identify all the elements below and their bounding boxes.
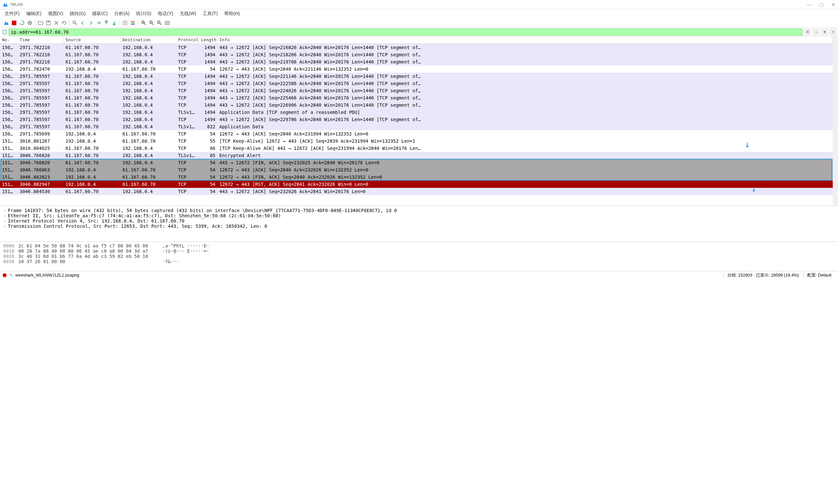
stop-capture-button[interactable] bbox=[11, 19, 18, 26]
zoom-in-button[interactable] bbox=[140, 19, 147, 26]
hex-row[interactable]: 001000 28 7a 88 40 00 80 06 45 ae c0 a8 … bbox=[3, 248, 835, 254]
packet-row[interactable]: 1517…3046.766863192.168.0.461.167.60.70T… bbox=[0, 166, 833, 174]
packet-row[interactable]: 1517…3046.76682061.167.60.70192.168.0.4T… bbox=[0, 152, 833, 159]
zoom-reset-button[interactable]: 1 bbox=[156, 19, 163, 26]
menu-edit[interactable]: 编辑(E) bbox=[24, 10, 43, 17]
svg-rect-14 bbox=[131, 22, 135, 23]
svg-rect-29 bbox=[3, 30, 6, 34]
packet-row[interactable]: 1517…3046.882823192.168.0.461.167.60.70T… bbox=[0, 174, 833, 181]
column-protocol[interactable]: Protocol bbox=[176, 37, 199, 43]
hex-row[interactable]: 00002c 61 04 5e 50 68 74 4c a1 aa f5 c7 … bbox=[3, 243, 835, 248]
detail-frame[interactable]: Frame 141037: 54 bytes on wire (432 bits… bbox=[8, 208, 397, 213]
packet-row[interactable]: 1508…2971.78559761.167.60.70192.168.0.4T… bbox=[0, 87, 833, 94]
column-destination[interactable]: Destination bbox=[121, 37, 176, 43]
filter-history-dropdown[interactable]: ▾ bbox=[821, 29, 828, 36]
svg-rect-26 bbox=[165, 21, 166, 24]
minimize-button[interactable]: — bbox=[807, 2, 812, 7]
hex-row[interactable]: 003010 37 26 81 00 00·7&··· bbox=[3, 259, 835, 264]
packet-row[interactable]: 1508…2971.78559761.167.60.70192.168.0.4T… bbox=[0, 94, 833, 102]
packet-row[interactable]: 1508…2971.78221061.167.60.70192.168.0.4T… bbox=[0, 44, 833, 51]
packet-row[interactable]: 1508…2971.78559761.167.60.70192.168.0.4T… bbox=[0, 116, 833, 123]
apply-filter-button[interactable]: → bbox=[813, 29, 820, 36]
find-packet-button[interactable] bbox=[71, 19, 78, 26]
resize-columns-button[interactable] bbox=[164, 19, 171, 26]
status-profile[interactable]: 配置: Default bbox=[803, 272, 835, 278]
svg-line-21 bbox=[152, 23, 154, 25]
packet-row[interactable]: 1517…3046.88453061.167.60.70192.168.0.4T… bbox=[0, 188, 833, 195]
packet-row[interactable]: 1514…3016.801267192.168.0.461.167.60.70T… bbox=[0, 138, 833, 145]
save-file-button[interactable] bbox=[45, 19, 52, 26]
open-file-button[interactable] bbox=[37, 19, 44, 26]
edit-capture-comment-icon[interactable]: ✎ bbox=[9, 273, 13, 277]
hex-row[interactable]: 00203c 46 31 6d 01 bb 77 6a 4d ab c3 59 … bbox=[3, 254, 835, 259]
packet-row[interactable]: 1517…3046.76682061.167.60.70192.168.0.4T… bbox=[0, 159, 833, 166]
packet-row[interactable]: 1508…2971.78559761.167.60.70192.168.0.4T… bbox=[0, 102, 833, 109]
packet-details-pane[interactable]: ›Frame 141037: 54 bytes on wire (432 bit… bbox=[0, 205, 838, 241]
start-capture-button[interactable] bbox=[3, 19, 10, 26]
close-file-button[interactable] bbox=[53, 19, 60, 26]
reload-button[interactable] bbox=[60, 19, 68, 26]
go-back-button[interactable] bbox=[79, 19, 86, 26]
packet-row[interactable]: 1514…3016.80402561.167.60.70192.168.0.4T… bbox=[0, 145, 833, 152]
packet-row[interactable]: 1508…2971.78559761.167.60.70192.168.0.4T… bbox=[0, 123, 833, 130]
status-file: wireshark_WLANWJ1ZL1.pcapng bbox=[15, 273, 79, 277]
colorize-button[interactable] bbox=[129, 19, 137, 26]
svg-text:1: 1 bbox=[158, 21, 159, 23]
menu-view[interactable]: 视图(V) bbox=[46, 10, 66, 17]
menu-capture[interactable]: 捕获(C) bbox=[90, 10, 109, 17]
menu-wireless[interactable]: 无线(W) bbox=[178, 10, 198, 17]
detail-ip[interactable]: Internet Protocol Version 4, Src: 192.16… bbox=[8, 218, 184, 223]
restart-capture-button[interactable] bbox=[18, 19, 25, 26]
svg-rect-28 bbox=[168, 21, 170, 24]
packet-row[interactable]: 1508…2971.78559761.167.60.70192.168.0.4T… bbox=[0, 109, 833, 116]
expand-icon[interactable]: › bbox=[3, 218, 8, 223]
expand-icon[interactable]: › bbox=[3, 223, 8, 229]
detail-ethernet[interactable]: Ethernet II, Src: LiteonTe_aa:f5:c7 (74:… bbox=[8, 213, 281, 218]
packet-bytes-pane[interactable]: 00002c 61 04 5e 50 68 74 4c a1 aa f5 c7 … bbox=[0, 241, 838, 271]
packet-list[interactable]: ↘ ↘ 1508…2971.78221061.167.60.70192.168.… bbox=[0, 44, 833, 205]
add-filter-button[interactable]: + bbox=[830, 29, 837, 36]
close-button[interactable]: ✕ bbox=[832, 2, 835, 7]
packet-row[interactable]: 1508…2971.782470192.168.0.461.167.60.70T… bbox=[0, 66, 833, 73]
column-info[interactable]: Info bbox=[217, 37, 833, 43]
zoom-out-button[interactable] bbox=[148, 19, 155, 26]
menu-tools[interactable]: 工具(T) bbox=[201, 10, 220, 17]
detail-tcp[interactable]: Transmission Control Protocol, Src Port:… bbox=[8, 223, 267, 229]
capture-options-button[interactable] bbox=[26, 19, 33, 26]
packet-row[interactable]: 1508…2971.78221061.167.60.70192.168.0.4T… bbox=[0, 58, 833, 66]
packet-row[interactable]: 1517…3046.882947192.168.0.461.167.60.70T… bbox=[0, 181, 833, 188]
display-filter-input[interactable] bbox=[8, 29, 803, 36]
menu-help[interactable]: 帮助(H) bbox=[222, 10, 242, 17]
column-length[interactable]: Length bbox=[199, 37, 217, 43]
menu-statistics[interactable]: 统计(S) bbox=[134, 10, 154, 17]
expand-icon[interactable]: › bbox=[3, 213, 8, 218]
maximize-button[interactable]: ▢ bbox=[819, 2, 824, 7]
menu-goto[interactable]: 跳转(G) bbox=[68, 10, 87, 17]
svg-rect-13 bbox=[131, 21, 135, 22]
expand-icon[interactable]: › bbox=[3, 208, 8, 213]
column-time[interactable]: Time bbox=[18, 37, 64, 43]
menu-file[interactable]: 文件(F) bbox=[3, 10, 22, 17]
goto-first-button[interactable] bbox=[103, 19, 110, 26]
separator bbox=[120, 20, 120, 26]
autoscroll-button[interactable] bbox=[122, 19, 129, 26]
packet-scrollbar[interactable] bbox=[833, 37, 838, 205]
svg-rect-27 bbox=[167, 21, 168, 24]
window-title: *WLAN bbox=[10, 2, 807, 7]
menu-telephony[interactable]: 电话(Y) bbox=[156, 10, 175, 17]
packet-row[interactable]: 1508…2971.78559761.167.60.70192.168.0.4T… bbox=[0, 73, 833, 80]
clear-filter-button[interactable]: ✕ bbox=[804, 29, 811, 36]
go-forward-button[interactable] bbox=[87, 19, 94, 26]
goto-packet-button[interactable] bbox=[95, 19, 102, 26]
expert-info-button[interactable] bbox=[3, 273, 6, 277]
menu-analyze[interactable]: 分析(A) bbox=[112, 10, 131, 17]
goto-last-button[interactable] bbox=[111, 19, 118, 26]
column-source[interactable]: Source bbox=[64, 37, 121, 43]
packet-row[interactable]: 1508…2971.78221061.167.60.70192.168.0.4T… bbox=[0, 51, 833, 58]
packet-row[interactable]: 1508…2971.785699192.168.0.461.167.60.70T… bbox=[0, 130, 833, 138]
app-logo-icon bbox=[3, 2, 8, 7]
svg-line-24 bbox=[160, 23, 161, 25]
packet-row[interactable]: 1508…2971.78559761.167.60.70192.168.0.4T… bbox=[0, 80, 833, 87]
filter-bookmark-icon[interactable] bbox=[1, 29, 8, 35]
column-no[interactable]: No. bbox=[0, 37, 18, 43]
